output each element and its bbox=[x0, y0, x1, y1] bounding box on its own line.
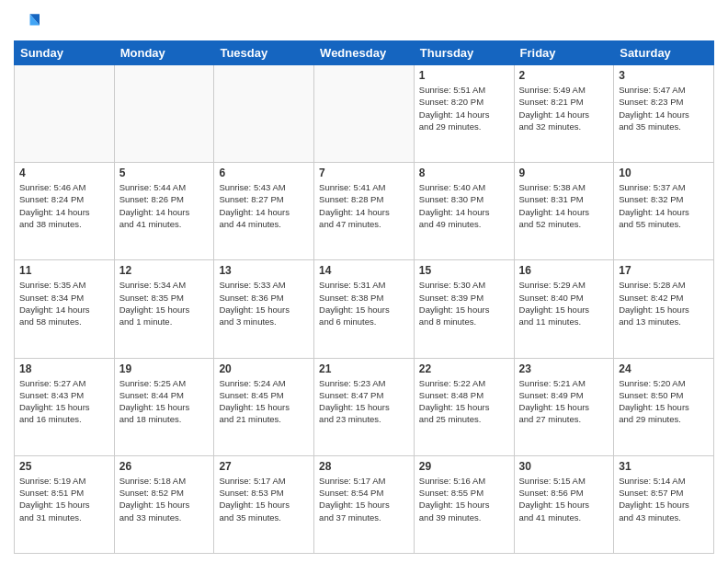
calendar-header-row: Sunday Monday Tuesday Wednesday Thursday… bbox=[15, 41, 714, 65]
day-info: Sunrise: 5:23 AMSunset: 8:47 PMDaylight:… bbox=[319, 377, 409, 426]
day-number: 6 bbox=[219, 167, 309, 179]
table-row: 31Sunrise: 5:14 AMSunset: 8:57 PMDayligh… bbox=[614, 455, 714, 553]
day-number: 2 bbox=[519, 69, 609, 82]
header-thursday: Thursday bbox=[414, 41, 514, 65]
day-info: Sunrise: 5:18 AMSunset: 8:52 PMDaylight:… bbox=[119, 475, 210, 523]
table-row: 4Sunrise: 5:46 AMSunset: 8:24 PMDaylight… bbox=[15, 163, 115, 260]
day-number: 13 bbox=[219, 264, 309, 277]
header-monday: Monday bbox=[114, 41, 214, 65]
calendar-table: Sunday Monday Tuesday Wednesday Thursday… bbox=[14, 40, 714, 554]
day-info: Sunrise: 5:21 AMSunset: 8:49 PMDaylight:… bbox=[519, 377, 609, 426]
table-row: 22Sunrise: 5:22 AMSunset: 8:48 PMDayligh… bbox=[414, 358, 514, 455]
day-number: 11 bbox=[19, 264, 109, 277]
day-info: Sunrise: 5:25 AMSunset: 8:44 PMDaylight:… bbox=[119, 377, 210, 426]
day-info: Sunrise: 5:19 AMSunset: 8:51 PMDaylight:… bbox=[19, 475, 109, 523]
table-row bbox=[15, 65, 115, 163]
day-number: 10 bbox=[619, 167, 709, 179]
day-number: 4 bbox=[19, 167, 109, 179]
day-number: 20 bbox=[219, 362, 309, 375]
table-row: 18Sunrise: 5:27 AMSunset: 8:43 PMDayligh… bbox=[15, 358, 115, 455]
header-wednesday: Wednesday bbox=[314, 41, 415, 65]
calendar-week-row: 25Sunrise: 5:19 AMSunset: 8:51 PMDayligh… bbox=[15, 455, 714, 553]
day-info: Sunrise: 5:40 AMSunset: 8:30 PMDaylight:… bbox=[419, 181, 509, 230]
day-number: 8 bbox=[419, 167, 509, 179]
header-tuesday: Tuesday bbox=[214, 41, 314, 65]
table-row: 8Sunrise: 5:40 AMSunset: 8:30 PMDaylight… bbox=[414, 163, 514, 260]
table-row: 3Sunrise: 5:47 AMSunset: 8:23 PMDaylight… bbox=[614, 65, 714, 163]
table-row: 2Sunrise: 5:49 AMSunset: 8:21 PMDaylight… bbox=[514, 65, 614, 163]
day-info: Sunrise: 5:17 AMSunset: 8:54 PMDaylight:… bbox=[319, 475, 409, 523]
day-info: Sunrise: 5:43 AMSunset: 8:27 PMDaylight:… bbox=[219, 181, 309, 230]
calendar-week-row: 1Sunrise: 5:51 AMSunset: 8:20 PMDaylight… bbox=[15, 65, 714, 163]
day-number: 27 bbox=[219, 460, 309, 473]
day-number: 23 bbox=[519, 362, 609, 375]
day-number: 14 bbox=[319, 264, 409, 277]
table-row: 24Sunrise: 5:20 AMSunset: 8:50 PMDayligh… bbox=[614, 358, 714, 455]
table-row: 20Sunrise: 5:24 AMSunset: 8:45 PMDayligh… bbox=[214, 358, 314, 455]
day-number: 18 bbox=[19, 362, 109, 375]
table-row bbox=[314, 65, 415, 163]
day-number: 26 bbox=[119, 460, 210, 473]
table-row: 1Sunrise: 5:51 AMSunset: 8:20 PMDaylight… bbox=[414, 65, 514, 163]
day-info: Sunrise: 5:35 AMSunset: 8:34 PMDaylight:… bbox=[19, 279, 109, 327]
day-number: 16 bbox=[519, 264, 609, 277]
table-row: 9Sunrise: 5:38 AMSunset: 8:31 PMDaylight… bbox=[514, 163, 614, 260]
day-info: Sunrise: 5:28 AMSunset: 8:42 PMDaylight:… bbox=[619, 279, 709, 327]
table-row bbox=[114, 65, 214, 163]
day-info: Sunrise: 5:49 AMSunset: 8:21 PMDaylight:… bbox=[519, 84, 609, 132]
day-info: Sunrise: 5:24 AMSunset: 8:45 PMDaylight:… bbox=[219, 377, 309, 426]
table-row: 23Sunrise: 5:21 AMSunset: 8:49 PMDayligh… bbox=[514, 358, 614, 455]
day-number: 17 bbox=[619, 264, 709, 277]
day-info: Sunrise: 5:34 AMSunset: 8:35 PMDaylight:… bbox=[119, 279, 210, 327]
calendar-week-row: 11Sunrise: 5:35 AMSunset: 8:34 PMDayligh… bbox=[15, 260, 714, 358]
day-info: Sunrise: 5:17 AMSunset: 8:53 PMDaylight:… bbox=[219, 475, 309, 523]
day-number: 9 bbox=[519, 167, 609, 179]
day-number: 1 bbox=[419, 69, 509, 82]
day-info: Sunrise: 5:30 AMSunset: 8:39 PMDaylight:… bbox=[419, 279, 509, 327]
day-number: 22 bbox=[419, 362, 509, 375]
day-info: Sunrise: 5:37 AMSunset: 8:32 PMDaylight:… bbox=[619, 181, 709, 230]
day-info: Sunrise: 5:31 AMSunset: 8:38 PMDaylight:… bbox=[319, 279, 409, 327]
day-number: 5 bbox=[119, 167, 210, 179]
logo bbox=[14, 9, 43, 35]
page: Sunday Monday Tuesday Wednesday Thursday… bbox=[0, 0, 728, 563]
day-number: 19 bbox=[119, 362, 210, 375]
day-number: 24 bbox=[619, 362, 709, 375]
table-row: 27Sunrise: 5:17 AMSunset: 8:53 PMDayligh… bbox=[214, 455, 314, 553]
day-info: Sunrise: 5:15 AMSunset: 8:56 PMDaylight:… bbox=[519, 475, 609, 523]
table-row: 26Sunrise: 5:18 AMSunset: 8:52 PMDayligh… bbox=[114, 455, 214, 553]
table-row: 21Sunrise: 5:23 AMSunset: 8:47 PMDayligh… bbox=[314, 358, 415, 455]
day-info: Sunrise: 5:47 AMSunset: 8:23 PMDaylight:… bbox=[619, 84, 709, 132]
day-number: 15 bbox=[419, 264, 509, 277]
table-row: 11Sunrise: 5:35 AMSunset: 8:34 PMDayligh… bbox=[15, 260, 115, 358]
table-row: 7Sunrise: 5:41 AMSunset: 8:28 PMDaylight… bbox=[314, 163, 415, 260]
day-info: Sunrise: 5:51 AMSunset: 8:20 PMDaylight:… bbox=[419, 84, 509, 132]
day-number: 28 bbox=[319, 460, 409, 473]
day-number: 31 bbox=[619, 460, 709, 473]
table-row: 30Sunrise: 5:15 AMSunset: 8:56 PMDayligh… bbox=[514, 455, 614, 553]
header-friday: Friday bbox=[514, 41, 614, 65]
day-number: 29 bbox=[419, 460, 509, 473]
table-row: 29Sunrise: 5:16 AMSunset: 8:55 PMDayligh… bbox=[414, 455, 514, 553]
table-row bbox=[214, 65, 314, 163]
table-row: 17Sunrise: 5:28 AMSunset: 8:42 PMDayligh… bbox=[614, 260, 714, 358]
table-row: 28Sunrise: 5:17 AMSunset: 8:54 PMDayligh… bbox=[314, 455, 415, 553]
day-number: 12 bbox=[119, 264, 210, 277]
day-info: Sunrise: 5:27 AMSunset: 8:43 PMDaylight:… bbox=[19, 377, 109, 426]
day-info: Sunrise: 5:44 AMSunset: 8:26 PMDaylight:… bbox=[119, 181, 210, 230]
day-info: Sunrise: 5:22 AMSunset: 8:48 PMDaylight:… bbox=[419, 377, 509, 426]
header-saturday: Saturday bbox=[614, 41, 714, 65]
day-number: 30 bbox=[519, 460, 609, 473]
logo-icon bbox=[14, 9, 40, 35]
table-row: 19Sunrise: 5:25 AMSunset: 8:44 PMDayligh… bbox=[114, 358, 214, 455]
day-info: Sunrise: 5:41 AMSunset: 8:28 PMDaylight:… bbox=[319, 181, 409, 230]
day-info: Sunrise: 5:14 AMSunset: 8:57 PMDaylight:… bbox=[619, 475, 709, 523]
day-info: Sunrise: 5:16 AMSunset: 8:55 PMDaylight:… bbox=[419, 475, 509, 523]
table-row: 15Sunrise: 5:30 AMSunset: 8:39 PMDayligh… bbox=[414, 260, 514, 358]
header-sunday: Sunday bbox=[15, 41, 115, 65]
day-number: 21 bbox=[319, 362, 409, 375]
table-row: 13Sunrise: 5:33 AMSunset: 8:36 PMDayligh… bbox=[214, 260, 314, 358]
day-info: Sunrise: 5:20 AMSunset: 8:50 PMDaylight:… bbox=[619, 377, 709, 426]
table-row: 16Sunrise: 5:29 AMSunset: 8:40 PMDayligh… bbox=[514, 260, 614, 358]
day-info: Sunrise: 5:29 AMSunset: 8:40 PMDaylight:… bbox=[519, 279, 609, 327]
